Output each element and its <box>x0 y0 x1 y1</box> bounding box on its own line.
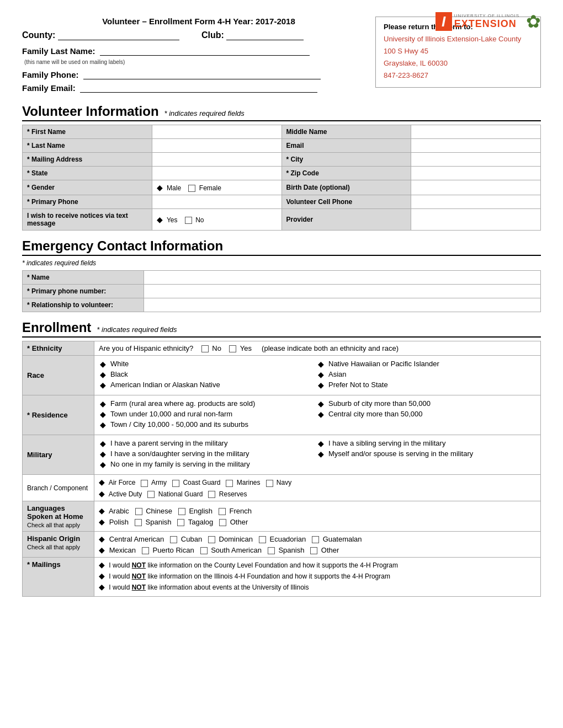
mil1-icon: ◆ <box>100 439 106 448</box>
puerto-rican-checkbox[interactable] <box>142 547 149 554</box>
state-label: * State <box>23 167 152 180</box>
marines-checkbox[interactable] <box>226 480 233 487</box>
nationalguard-label: National Guard <box>158 490 203 498</box>
birth-date-value[interactable] <box>411 180 541 195</box>
residence-value: ◆Farm (rural area where ag. products are… <box>94 395 541 435</box>
emerg-relationship-value[interactable] <box>144 298 541 312</box>
aian-label: American Indian or Alaskan Native <box>110 381 220 389</box>
res2-icon: ◆ <box>100 410 106 419</box>
branch2-diamond: ◆ <box>99 489 105 498</box>
nationalguard-checkbox[interactable] <box>147 491 155 498</box>
pns-icon: ◆ <box>318 381 324 389</box>
emerg-name-value[interactable] <box>144 271 541 285</box>
res5-icon: ◆ <box>318 410 324 419</box>
gender-value: ◆ Male Female <box>152 180 282 195</box>
emerg-relationship-label: * Relationship to volunteer: <box>23 298 144 312</box>
email-value[interactable] <box>411 139 541 153</box>
guatemalan-checkbox[interactable] <box>312 536 319 543</box>
family-last-name-label: Family Last Name: <box>22 46 95 56</box>
res1-label: Farm (rural area where ag. products are … <box>110 399 255 408</box>
other-lang-label: Other <box>230 518 248 526</box>
pns-label: Prefer Not to State <box>328 381 388 389</box>
form-title: Volunteer – Enrollment Form 4-H Year: 20… <box>22 17 375 26</box>
first-name-value[interactable] <box>152 125 282 139</box>
mail2-diamond: ◆ <box>99 571 105 580</box>
provider-value[interactable] <box>411 209 541 231</box>
last-name-value[interactable] <box>152 139 282 153</box>
reserves-label: Reserves <box>219 490 247 498</box>
middle-name-label: Middle Name <box>282 125 411 139</box>
enrollment-section-title: Enrollment * indicates required fields <box>22 320 541 338</box>
city-value[interactable] <box>411 153 541 167</box>
mailing-address-value[interactable] <box>152 153 282 167</box>
ethnicity-no-label: No <box>212 344 221 352</box>
english-checkbox[interactable] <box>178 508 185 515</box>
middle-name-value[interactable] <box>411 125 541 139</box>
white-label: White <box>110 360 129 368</box>
tagalog-checkbox[interactable] <box>177 519 184 526</box>
army-label: Army <box>151 479 167 486</box>
spanish-label: Spanish <box>146 518 172 526</box>
i-logo: I <box>435 12 452 31</box>
ethnicity-no-checkbox[interactable] <box>201 345 209 352</box>
volunteer-info-section: Volunteer Information * indicates requir… <box>22 104 541 121</box>
cell-phone-value[interactable] <box>411 195 541 209</box>
ethnicity-yes-checkbox[interactable] <box>229 345 236 352</box>
mailings-label: * Mailings <box>23 558 94 597</box>
cuban-checkbox[interactable] <box>170 536 177 543</box>
dominican-checkbox[interactable] <box>208 536 215 543</box>
mail2-text: I would NOT like information on the Illi… <box>109 572 390 580</box>
no-checkbox[interactable] <box>185 217 192 224</box>
coastguard-checkbox[interactable] <box>172 480 179 487</box>
other-lang-checkbox[interactable] <box>219 519 226 526</box>
military-label: Military <box>23 435 94 475</box>
french-label: French <box>230 507 252 515</box>
spanish-checkbox[interactable] <box>135 519 142 526</box>
polish-diamond: ◆ <box>99 517 105 526</box>
state-value[interactable] <box>152 167 282 180</box>
text-notice-value: ◆ Yes No <box>152 209 282 231</box>
reserves-checkbox[interactable] <box>208 491 215 498</box>
res2-label: Town under 10,000 and rural non-farm <box>110 410 232 418</box>
mailing-address-label: * Mailing Address <box>23 153 152 167</box>
languages-label: Languages Spoken at Home Check all that … <box>23 501 94 532</box>
res3-icon: ◆ <box>100 420 106 429</box>
provider-label: Provider <box>282 209 411 231</box>
black-label: Black <box>110 370 128 378</box>
mil2-label: I have a son/daughter serving in the mil… <box>110 449 249 458</box>
ecuadorian-label: Ecuadorian <box>269 535 306 543</box>
french-checkbox[interactable] <box>219 508 226 515</box>
mexican-label: Mexican <box>109 546 136 554</box>
return-line2: 100 S Hwy 45 <box>384 45 533 57</box>
male-radio-icon[interactable]: ◆ <box>157 183 163 192</box>
branch-value: ◆ Air Force Army Coast Guard Marines Nav… <box>94 475 541 501</box>
chinese-checkbox[interactable] <box>135 508 142 515</box>
hispanic-value: ◆ Central American Cuban Dominican Ecuad… <box>94 532 541 558</box>
ecuadorian-checkbox[interactable] <box>259 536 266 543</box>
male-label: Male <box>167 184 181 192</box>
county-label: County: <box>22 30 55 40</box>
female-checkbox[interactable] <box>188 185 195 192</box>
mailings-value: ◆ I would NOT like information on the Co… <box>94 558 541 597</box>
activeduty-label: Active Duty <box>109 490 142 498</box>
airforce-label: Air Force <box>109 479 136 486</box>
polish-label: Polish <box>109 518 129 526</box>
emerg-phone-value[interactable] <box>144 285 541 298</box>
navy-checkbox[interactable] <box>266 480 273 487</box>
nhpi-label: Native Hawaiian or Pacific Islander <box>328 360 439 368</box>
return-line3: Grayslake, IL 60030 <box>384 57 533 69</box>
spanish-hisp-checkbox[interactable] <box>268 547 275 554</box>
mil5-icon: ◆ <box>318 449 324 458</box>
gender-label: * Gender <box>23 180 152 195</box>
central-am-diamond: ◆ <box>99 534 105 543</box>
res1-icon: ◆ <box>100 399 106 408</box>
zip-value[interactable] <box>411 167 541 180</box>
ethnicity-note: (please indicate both an ethnicity and r… <box>262 344 399 352</box>
army-checkbox[interactable] <box>141 480 148 487</box>
city-label: * City <box>282 153 411 167</box>
south-american-checkbox[interactable] <box>200 547 208 554</box>
emergency-section-title: Emergency Contact Information <box>22 238 541 256</box>
other-hisp-checkbox[interactable] <box>310 547 317 554</box>
primary-phone-value[interactable] <box>152 195 282 209</box>
yes-radio-icon[interactable]: ◆ <box>157 215 163 224</box>
